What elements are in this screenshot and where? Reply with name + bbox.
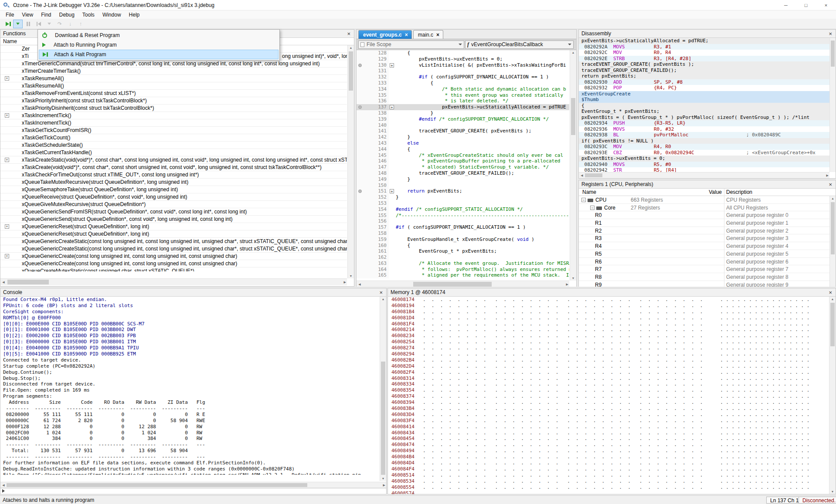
- registers-column-header[interactable]: Name Value Description: [579, 189, 836, 196]
- splitter-console-memory[interactable]: [387, 288, 387, 494]
- breakpoint-margin[interactable]: [357, 267, 364, 273]
- code-line[interactable]: 135 * this event group was created stati…: [357, 92, 569, 98]
- disassembly-symbol-selected[interactable]: xEventGroupCreate: [579, 91, 829, 97]
- memory-row[interactable]: 46008374. . . . . . . . . . . . . . . . …: [391, 393, 829, 399]
- editor-vertical-scrollbar[interactable]: ▲ ▼: [570, 50, 576, 281]
- disassembly-instruction[interactable]: 08202932POP{R4, PC}: [579, 85, 829, 91]
- menu-debug[interactable]: Debug: [55, 11, 78, 19]
- fold-margin[interactable]: [389, 140, 396, 146]
- function-list-item[interactable]: xQueueGenericReset(struct QueueDefinitio…: [0, 230, 347, 238]
- menu-find[interactable]: Find: [37, 11, 55, 19]
- console-vertical-scrollbar[interactable]: ▲ ▼: [380, 297, 386, 481]
- function-list-item[interactable]: xQueueGenericSend(struct QueueDefinition…: [0, 216, 347, 223]
- breakpoint-margin[interactable]: [357, 170, 364, 176]
- code-line[interactable]: 133 {: [357, 80, 569, 86]
- menu-help[interactable]: Help: [125, 11, 144, 19]
- fold-margin[interactable]: [389, 248, 396, 254]
- function-list-item[interactable]: xQueueSemaphoreTake(struct QueueDefiniti…: [0, 186, 347, 193]
- breakpoint-margin[interactable]: [357, 98, 364, 104]
- fold-margin[interactable]: [389, 254, 396, 260]
- register-row[interactable]: R2General purpose register 2: [579, 227, 829, 235]
- breakpoint-margin[interactable]: [357, 237, 364, 243]
- memory-row[interactable]: 46008314. . . . . . . . . . . . . . . . …: [391, 375, 829, 382]
- function-list-item[interactable]: xQueueGiveMutexRecursive(struct QueueDef…: [0, 201, 347, 208]
- function-dropdown[interactable]: f vEventGroupClearBitsCallback: [465, 41, 574, 49]
- function-list-item[interactable]: +xQueueGenericCreate(const long unsigned…: [0, 253, 347, 260]
- code-line[interactable]: 161 EventGroup_t * pxEventBits;: [357, 248, 569, 254]
- close-icon[interactable]: ×: [346, 31, 351, 37]
- minimize-button[interactable]: ─: [776, 0, 796, 10]
- memory-row[interactable]: 46008254. . . . . . . . . . . . . . . . …: [391, 339, 829, 345]
- code-line[interactable]: 145 /* xEventGroupCreateStatic should on…: [357, 152, 569, 159]
- disassembly-instruction[interactable]: 08202938BLpvPortMalloc; 0x0820489C: [579, 132, 829, 138]
- register-row[interactable]: R6General purpose register 6: [579, 258, 829, 266]
- function-list-item[interactable]: xTaskGetTickCount(): [0, 134, 347, 142]
- function-list-item[interactable]: xQueueGenericCreateStatic(const long uns…: [0, 245, 347, 253]
- function-list-item[interactable]: xTaskIncrementTick(): [0, 119, 347, 127]
- fold-margin[interactable]: +: [389, 104, 396, 110]
- splitter-functions-editor[interactable]: [354, 29, 356, 287]
- code-line[interactable]: 154#endif /* configSUPPORT_STATIC_ALLOCA…: [357, 206, 569, 213]
- breakpoint-margin[interactable]: [357, 213, 364, 219]
- memory-row[interactable]: 46008234. . . . . . . . . . . . . . . . …: [391, 333, 829, 339]
- breakpoint-dot-icon[interactable]: [358, 105, 362, 109]
- fold-margin[interactable]: [389, 110, 396, 116]
- fold-margin[interactable]: [389, 128, 396, 134]
- memory-row[interactable]: 460083B4. . . . . . . . . . . . . . . . …: [391, 406, 829, 412]
- memory-row[interactable]: 460081F4. . . . . . . . . . . . . . . . …: [391, 321, 829, 327]
- memory-row[interactable]: 46008574. . . . . . . . . . . . . . . . …: [391, 490, 829, 494]
- function-list-item[interactable]: xTaskResumeAll(): [0, 82, 347, 90]
- code-line[interactable]: 165 * aligned per the requirements of th…: [357, 272, 569, 278]
- fold-margin[interactable]: [389, 243, 396, 249]
- expand-icon[interactable]: +: [5, 224, 9, 229]
- disassembly-source-line[interactable]: EventGroup_t * pxEventBits;: [579, 108, 829, 115]
- disassembly-instruction[interactable]: 0820292AMOVSR3, #1: [579, 44, 829, 50]
- code-line[interactable]: 143 else: [357, 140, 569, 146]
- memory-row[interactable]: 460082D4. . . . . . . . . . . . . . . . …: [391, 363, 829, 369]
- breakpoint-margin[interactable]: [357, 230, 364, 237]
- code-line[interactable]: 153: [357, 200, 569, 206]
- disassembly-listing[interactable]: pxEventBits->ucStaticallyAllocated = pdT…: [579, 38, 829, 172]
- menu-tools[interactable]: Tools: [78, 11, 99, 19]
- breakpoint-margin[interactable]: [357, 86, 364, 92]
- memory-row[interactable]: 46008534. . . . . . . . . . . . . . . . …: [391, 478, 829, 484]
- code-line[interactable]: 151+ return pxEventBits;: [357, 188, 569, 194]
- code-line[interactable]: 156: [357, 218, 569, 224]
- close-icon[interactable]: ×: [828, 31, 833, 37]
- close-icon[interactable]: ×: [405, 32, 408, 38]
- function-list-item[interactable]: xTaskCreate(void(void*)*, const char*, c…: [0, 164, 347, 171]
- disassembly-instruction[interactable]: 08202942STRR5, [R4]: [579, 167, 829, 172]
- breakpoint-margin[interactable]: [357, 152, 364, 159]
- code-line[interactable]: 149 }: [357, 176, 569, 183]
- register-row[interactable]: R3General purpose register 3: [579, 234, 829, 242]
- breakpoint-dot-icon[interactable]: [358, 189, 362, 193]
- menu-file[interactable]: File: [2, 11, 18, 19]
- fold-icon[interactable]: +: [390, 105, 394, 109]
- function-list-item[interactable]: +xTaskCreateStatic(void(void*)*, const c…: [0, 156, 347, 164]
- fold-margin[interactable]: [389, 164, 396, 170]
- register-row[interactable]: −Core27 RegistersAll CPU Registers: [579, 204, 829, 212]
- memory-row[interactable]: 46008274. . . . . . . . . . . . . . . . …: [391, 345, 829, 351]
- memory-row[interactable]: 460084F4. . . . . . . . . . . . . . . . …: [391, 466, 829, 472]
- disassembly-instruction[interactable]: 0820292CMOVR0, R4: [579, 50, 829, 56]
- fold-margin[interactable]: [389, 230, 396, 237]
- code-line[interactable]: 134 /* Both static and dynamic allocatio…: [357, 86, 569, 92]
- fold-margin[interactable]: [389, 224, 396, 230]
- disassembly-source-line[interactable]: {: [579, 103, 829, 109]
- close-button[interactable]: ×: [816, 0, 836, 10]
- code-line[interactable]: 141 traceEVENT_GROUP_CREATE( pxEventBits…: [357, 128, 569, 134]
- function-list-item[interactable]: xQueueGenericSendFromISR(struct QueueDef…: [0, 208, 347, 216]
- fold-margin[interactable]: [389, 152, 396, 159]
- code-line[interactable]: 155/*-----------------------------------…: [357, 213, 569, 219]
- fold-margin[interactable]: [389, 116, 396, 122]
- close-icon[interactable]: ×: [436, 32, 439, 38]
- fold-margin[interactable]: [389, 134, 396, 140]
- code-line[interactable]: 150: [357, 183, 569, 189]
- breakpoint-margin[interactable]: [357, 176, 364, 183]
- breakpoint-margin[interactable]: [357, 56, 364, 62]
- breakpoint-margin[interactable]: [357, 200, 364, 206]
- memory-row[interactable]: 46008334. . . . . . . . . . . . . . . . …: [391, 381, 829, 387]
- code-line[interactable]: 163 /* Allocate the event group. Justifi…: [357, 260, 569, 267]
- register-row[interactable]: R5General purpose register 5: [579, 250, 829, 258]
- disassembly-source-line[interactable]: pxEventBits = ( EventGroup_t * ) pvPortM…: [579, 115, 829, 121]
